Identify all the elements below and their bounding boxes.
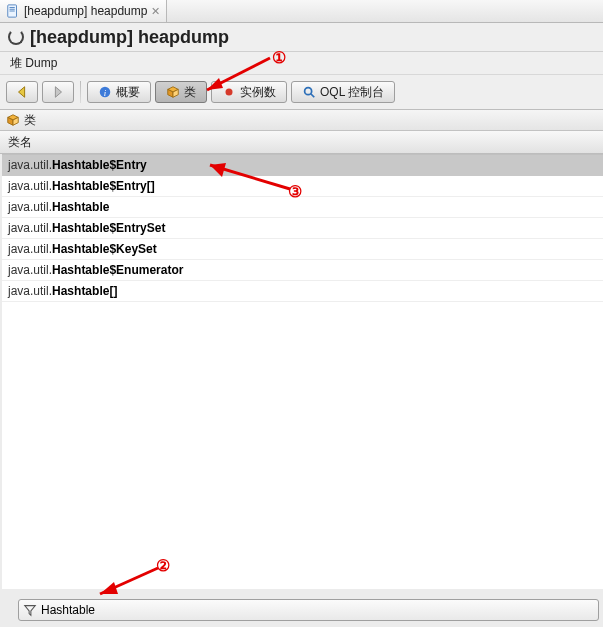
- class-name: Hashtable: [52, 200, 109, 214]
- panel-title-label: 类: [24, 112, 36, 129]
- loading-icon: [8, 29, 24, 45]
- close-icon[interactable]: ✕: [151, 6, 160, 17]
- svg-point-4: [305, 88, 312, 95]
- arrow-right-icon: [51, 85, 65, 99]
- editor-tab-label: [heapdump] heapdump: [24, 4, 147, 18]
- panel-title: 类: [0, 110, 603, 131]
- back-button[interactable]: [6, 81, 38, 103]
- class-prefix: java.util.: [8, 200, 52, 214]
- instances-button[interactable]: 实例数: [211, 81, 287, 103]
- table-row[interactable]: java.util.Hashtable$EntrySet: [2, 218, 603, 239]
- package-icon: [6, 113, 20, 127]
- class-prefix: java.util.: [8, 158, 52, 172]
- class-name: Hashtable$Enumerator: [52, 263, 183, 277]
- class-prefix: java.util.: [8, 221, 52, 235]
- toolbar-separator: [80, 81, 81, 103]
- class-name: Hashtable$EntrySet: [52, 221, 165, 235]
- classes-label: 类: [184, 84, 196, 101]
- page-heading: [heapdump] heapdump: [0, 23, 603, 52]
- filter-input[interactable]: [41, 603, 594, 617]
- class-prefix: java.util.: [8, 284, 52, 298]
- svg-point-3: [226, 89, 233, 96]
- editor-tabstrip: [heapdump] heapdump ✕: [0, 0, 603, 23]
- class-name: Hashtable$Entry: [52, 158, 147, 172]
- svg-line-5: [311, 94, 315, 98]
- toolbar: i 概要 类 实例数 OQL 控制台: [0, 74, 603, 110]
- class-name: Hashtable$KeySet: [52, 242, 157, 256]
- table-row[interactable]: java.util.Hashtable[]: [2, 281, 603, 302]
- arrow-left-icon: [15, 85, 29, 99]
- dot-icon: [222, 85, 236, 99]
- table-row[interactable]: java.util.Hashtable$Entry: [2, 155, 603, 176]
- class-list: java.util.Hashtable$Entryjava.util.Hasht…: [2, 154, 603, 589]
- overview-button[interactable]: i 概要: [87, 81, 151, 103]
- table-row[interactable]: java.util.Hashtable$KeySet: [2, 239, 603, 260]
- class-name: Hashtable[]: [52, 284, 117, 298]
- column-header-classname[interactable]: 类名: [0, 131, 603, 154]
- filter-bar: [18, 599, 599, 621]
- package-icon: [166, 85, 180, 99]
- forward-button[interactable]: [42, 81, 74, 103]
- class-prefix: java.util.: [8, 263, 52, 277]
- class-name: Hashtable$Entry[]: [52, 179, 155, 193]
- page-title: [heapdump] heapdump: [30, 27, 229, 48]
- instances-label: 实例数: [240, 84, 276, 101]
- info-icon: i: [98, 85, 112, 99]
- table-row[interactable]: java.util.Hashtable$Enumerator: [2, 260, 603, 281]
- classes-button[interactable]: 类: [155, 81, 207, 103]
- overview-label: 概要: [116, 84, 140, 101]
- search-sql-icon: [302, 85, 316, 99]
- oql-button[interactable]: OQL 控制台: [291, 81, 395, 103]
- class-prefix: java.util.: [8, 242, 52, 256]
- editor-tab[interactable]: [heapdump] heapdump ✕: [0, 0, 167, 22]
- filter-icon: [23, 603, 37, 617]
- oql-label: OQL 控制台: [320, 84, 384, 101]
- table-row[interactable]: java.util.Hashtable$Entry[]: [2, 176, 603, 197]
- table-row[interactable]: java.util.Hashtable: [2, 197, 603, 218]
- class-prefix: java.util.: [8, 179, 52, 193]
- file-icon: [6, 4, 20, 18]
- view-subtitle: 堆 Dump: [0, 52, 603, 74]
